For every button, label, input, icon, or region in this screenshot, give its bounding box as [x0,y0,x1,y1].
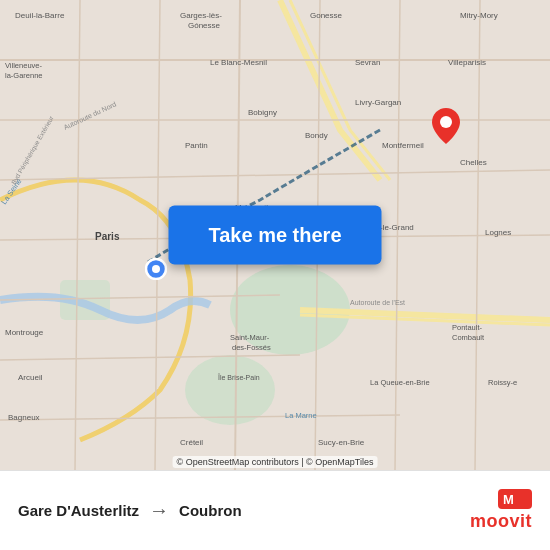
svg-text:Arcueil: Arcueil [18,373,43,382]
svg-text:Lognes: Lognes [485,228,511,237]
svg-text:Pantin: Pantin [185,141,208,150]
svg-text:Villeneuve-: Villeneuve- [5,61,42,70]
destination-pin [432,108,460,144]
svg-text:des-Fossés: des-Fossés [232,343,271,352]
arrow-icon: → [149,499,169,522]
take-me-there-button[interactable]: Take me there [168,206,381,265]
svg-text:Roissy-e: Roissy-e [488,378,517,387]
svg-text:Paris: Paris [95,231,120,242]
svg-text:Deuil-la-Barre: Deuil-la-Barre [15,11,65,20]
origin-label: Gare D'Austerlitz [18,502,139,519]
svg-text:la-Garenne: la-Garenne [5,71,43,80]
svg-text:Gónesse: Gónesse [188,21,221,30]
bottom-bar: Gare D'Austerlitz → Coubron M moovit [0,470,550,550]
svg-text:Le Blanc-Mesnil: Le Blanc-Mesnil [210,58,267,67]
svg-text:Sevran: Sevran [355,58,380,67]
svg-text:Garges-lès-: Garges-lès- [180,11,222,20]
svg-point-2 [185,355,275,425]
svg-text:La Marne: La Marne [285,411,317,420]
svg-text:Montfermeil: Montfermeil [382,141,424,150]
svg-text:Pontault-: Pontault- [452,323,483,332]
svg-text:La Queue-en-Brie: La Queue-en-Brie [370,378,430,387]
origin-pin [145,258,167,280]
svg-point-54 [440,116,452,128]
svg-text:Mitry-Mory: Mitry-Mory [460,11,498,20]
moovit-logo-icon: M [498,489,532,509]
svg-text:Chelles: Chelles [460,158,487,167]
map-container: Deuil-la-Barre Garges-lès- Gónesse Gones… [0,0,550,470]
svg-text:M: M [503,492,514,507]
svg-text:Gonesse: Gonesse [310,11,343,20]
svg-text:Bondy: Bondy [305,131,328,140]
svg-text:Créteil: Créteil [180,438,203,447]
moovit-logo: M moovit [470,489,532,532]
svg-text:Villeparisis: Villeparisis [448,58,486,67]
svg-text:Livry-Gargan: Livry-Gargan [355,98,401,107]
svg-point-56 [152,265,160,273]
svg-text:Île Brise-Pain: Île Brise-Pain [217,373,260,381]
svg-text:Bagneux: Bagneux [8,413,40,422]
destination-label: Coubron [179,502,241,519]
svg-text:Autoroute de l'Est: Autoroute de l'Est [350,299,405,306]
map-copyright: © OpenStreetMap contributors | © OpenMap… [173,456,378,468]
moovit-brand-text: moovit [470,511,532,532]
svg-text:Sucy-en-Brie: Sucy-en-Brie [318,438,365,447]
svg-text:Montrouge: Montrouge [5,328,44,337]
svg-text:Combault: Combault [452,333,485,342]
svg-text:Saint-Maur-: Saint-Maur- [230,333,270,342]
route-info: Gare D'Austerlitz → Coubron [18,499,470,522]
svg-text:Bobigny: Bobigny [248,108,277,117]
